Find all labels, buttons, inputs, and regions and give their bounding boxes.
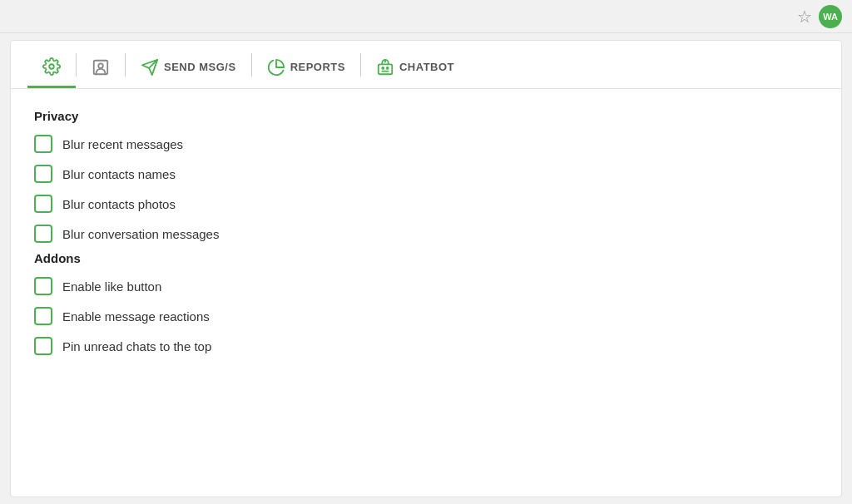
nav-item-settings[interactable] <box>27 51 76 88</box>
content-area: Privacy Blur recent messages Blur contac… <box>11 89 841 387</box>
svg-point-8 <box>382 67 384 69</box>
checkbox-like-button-label: Enable like button <box>62 279 161 294</box>
checkbox-blur-names[interactable]: Blur contacts names <box>34 165 818 183</box>
checkbox-pin-unread-box[interactable] <box>34 337 52 355</box>
reports-label: REPORTS <box>290 61 345 73</box>
checkbox-blur-recent-label: Blur recent messages <box>62 137 183 151</box>
svg-point-9 <box>387 67 389 69</box>
checkbox-pin-unread-label: Pin unread chats to the top <box>62 339 211 353</box>
checkbox-like-button[interactable]: Enable like button <box>34 277 818 295</box>
person-icon <box>92 58 110 77</box>
nav-item-send[interactable]: SEND MSG/S <box>126 52 251 88</box>
checkbox-blur-conversation-box[interactable] <box>34 225 52 243</box>
bookmark-icon[interactable]: ☆ <box>797 7 812 27</box>
checkbox-blur-conversation-label: Blur conversation messages <box>62 227 219 241</box>
nav-bar: SEND MSG/S REPORTS CHATBOT <box>11 41 841 89</box>
privacy-section-title: Privacy <box>34 109 818 123</box>
svg-rect-5 <box>379 64 393 74</box>
addons-section-title: Addons <box>34 251 818 265</box>
send-icon <box>141 58 159 77</box>
browser-bar: ☆ WA <box>0 0 852 33</box>
checkbox-blur-conversation[interactable]: Blur conversation messages <box>34 225 818 243</box>
nav-item-reports[interactable]: REPORTS <box>252 52 360 88</box>
checkbox-blur-photos-label: Blur contacts photos <box>62 197 176 211</box>
checkbox-reactions-label: Enable message reactions <box>62 309 210 324</box>
checkbox-blur-names-box[interactable] <box>34 165 52 183</box>
avatar[interactable]: WA <box>819 5 842 28</box>
nav-item-contact[interactable] <box>77 52 125 88</box>
gear-icon <box>42 57 61 76</box>
checkbox-blur-photos-box[interactable] <box>34 195 52 213</box>
main-container: SEND MSG/S REPORTS CHATBOT <box>10 40 842 497</box>
bot-icon <box>376 58 394 77</box>
chatbot-label: CHATBOT <box>399 61 454 73</box>
checkbox-blur-photos[interactable]: Blur contacts photos <box>34 195 818 213</box>
checkbox-reactions[interactable]: Enable message reactions <box>34 307 818 325</box>
svg-point-0 <box>49 64 54 69</box>
nav-item-chatbot[interactable]: CHATBOT <box>361 52 469 88</box>
pie-icon <box>267 58 285 77</box>
checkbox-like-button-box[interactable] <box>34 277 52 295</box>
svg-point-2 <box>98 63 103 68</box>
checkbox-reactions-box[interactable] <box>34 307 52 325</box>
checkbox-blur-names-label: Blur contacts names <box>62 167 176 181</box>
checkbox-pin-unread[interactable]: Pin unread chats to the top <box>34 337 818 355</box>
checkbox-blur-recent-box[interactable] <box>34 135 52 153</box>
checkbox-blur-recent[interactable]: Blur recent messages <box>34 135 818 153</box>
send-label: SEND MSG/S <box>164 61 236 73</box>
